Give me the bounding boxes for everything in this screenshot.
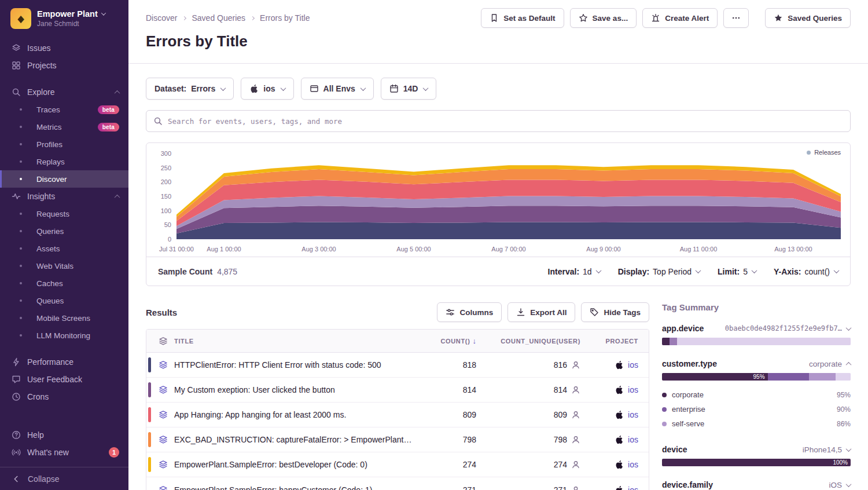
sidebar-section-insights[interactable]: Insights	[0, 188, 128, 205]
table-row[interactable]: EmpowerPlant.SampleError: bestDeveloper …	[146, 452, 649, 477]
sidebar-item-queues[interactable]: Queues	[0, 292, 128, 309]
user-name: Jane Schmidt	[37, 20, 105, 28]
search-input[interactable]	[168, 117, 843, 126]
breadcrumb-saved-queries[interactable]: Saved Queries	[192, 13, 245, 23]
row-title[interactable]: HTTPClientError: HTTP Client Error with …	[174, 360, 418, 370]
svg-text:300: 300	[161, 150, 171, 157]
chevron-up-icon[interactable]	[846, 361, 852, 367]
sidebar-item-whats-new[interactable]: What's new1	[0, 444, 128, 461]
tag-distribution-bar[interactable]	[662, 338, 851, 345]
save-as-button[interactable]: Save as...	[570, 8, 637, 28]
series-color-chip	[148, 357, 151, 372]
sidebar-item-issues[interactable]: Issues	[0, 39, 128, 57]
sidebar-item-user-feedback[interactable]: User Feedback	[0, 371, 128, 388]
sidebar-item-metrics[interactable]: Metricsbeta	[0, 118, 128, 136]
sidebar-item-discover[interactable]: Discover	[0, 170, 128, 188]
sidebar-item-web-vitals[interactable]: Web Vitals	[0, 257, 128, 275]
sidebar-item-projects[interactable]: Projects	[0, 57, 128, 74]
sidebar-item-performance[interactable]: Performance	[0, 353, 128, 371]
chevron-down-icon[interactable]	[846, 325, 852, 331]
interval-select[interactable]: Interval:1d	[548, 267, 601, 276]
table-row[interactable]: EXC_BAD_INSTRUCTION: captureFatalError: …	[146, 427, 649, 452]
search-bar[interactable]	[146, 110, 851, 132]
tag-distribution-bar[interactable]: 95%	[662, 373, 851, 381]
export-all-button[interactable]: Export All	[507, 302, 575, 322]
hide-tags-button[interactable]: Hide Tags	[581, 302, 649, 322]
sidebar-item-mobile-screens[interactable]: Mobile Screens	[0, 309, 128, 327]
more-options-button[interactable]	[723, 8, 749, 28]
sidebar-item-profiles[interactable]: Profiles	[0, 136, 128, 153]
series-color-chip	[148, 382, 151, 397]
environment-select[interactable]: All Envs	[301, 78, 374, 100]
table-row[interactable]: My Custom exeption: User clicked the but…	[146, 378, 649, 403]
sidebar-item-requests[interactable]: Requests	[0, 205, 128, 222]
project-link[interactable]: ios	[628, 385, 638, 394]
col-header-count[interactable]: COUNT()↓	[418, 337, 476, 345]
sidebar-item-assets[interactable]: Assets	[0, 240, 128, 257]
sidebar-section-explore[interactable]: Explore	[0, 83, 128, 101]
table-row[interactable]: HTTPClientError: HTTP Client Error with …	[146, 353, 649, 378]
display-select[interactable]: Display:Top Period	[618, 267, 700, 276]
apple-icon	[615, 460, 624, 469]
tag-value-row[interactable]: corporate95%	[662, 387, 851, 402]
series-color-chip	[148, 407, 151, 422]
tag-value-row[interactable]: enterprise90%	[662, 402, 851, 416]
tag-customer-type: customer.type corporate 95% corporate95%…	[662, 359, 851, 431]
sidebar-item-queries[interactable]: Queries	[0, 222, 128, 240]
dataset-select[interactable]: Dataset:Errors	[146, 78, 234, 100]
row-title[interactable]: App Hanging: App hanging for at least 20…	[174, 410, 418, 419]
date-range-select[interactable]: 14D	[381, 78, 437, 100]
yaxis-select[interactable]: Y-Axis:count()	[774, 267, 838, 276]
create-alert-button[interactable]: Create Alert	[642, 8, 718, 28]
row-count-unique: 798	[554, 435, 567, 444]
sidebar-item-replays[interactable]: Replays	[0, 153, 128, 170]
sidebar-item-caches[interactable]: Caches	[0, 275, 128, 292]
org-switcher[interactable]: ◆ Empower Plant Jane Schmidt	[0, 0, 128, 35]
stack-icon	[159, 485, 168, 490]
tag-value-row[interactable]: self-serve86%	[662, 416, 851, 431]
sidebar-item-crons[interactable]: Crons	[0, 388, 128, 405]
sidebar-item-traces[interactable]: Tracesbeta	[0, 101, 128, 118]
columns-button[interactable]: Columns	[437, 302, 502, 322]
tag-distribution-bar[interactable]: 100%	[662, 459, 851, 466]
project-link[interactable]: ios	[628, 410, 638, 419]
chevron-down-icon[interactable]	[846, 481, 852, 487]
project-link[interactable]: ios	[628, 360, 638, 370]
value-color-dot	[662, 407, 667, 412]
value-label: corporate	[672, 390, 704, 399]
project-select[interactable]: ios	[241, 78, 293, 100]
table-row[interactable]: EmpowerPlant.SampleError: happyCustomer …	[146, 477, 649, 490]
project-link[interactable]: ios	[628, 460, 638, 469]
chart-legend[interactable]: Releases	[807, 149, 841, 156]
sidebar-collapse-button[interactable]: Collapse	[0, 467, 128, 490]
saved-queries-button[interactable]: Saved Queries	[765, 8, 851, 28]
col-header-title[interactable]: TITLE	[174, 338, 418, 345]
limit-select[interactable]: Limit:5	[718, 267, 756, 276]
col-header-project[interactable]: PROJECT	[580, 338, 649, 345]
sidebar-item-llm-monitoring[interactable]: LLM Monitoring	[0, 327, 128, 344]
project-link[interactable]: ios	[628, 435, 638, 444]
value-label: self-serve	[672, 419, 704, 428]
col-header-count-unique[interactable]: COUNT_UNIQUE(USER)	[476, 338, 580, 345]
tag-value: 0baebc0de4982f1255f2e9e9fb7…	[725, 324, 842, 332]
project-link[interactable]: ios	[628, 485, 638, 490]
tag-value: iPhone14,5	[803, 445, 842, 454]
stack-icon	[159, 410, 168, 419]
row-title[interactable]: EXC_BAD_INSTRUCTION: captureFatalError: …	[174, 435, 418, 444]
search-icon	[153, 116, 163, 126]
tag-device-family: device.family iOS 100%	[662, 480, 851, 490]
chevron-down-icon[interactable]	[846, 446, 852, 452]
row-title[interactable]: EmpowerPlant.SampleError: bestDeveloper …	[174, 460, 418, 469]
stacked-area-chart[interactable]: 050100150200250300Jul 31 00:00Aug 1 00:0…	[146, 143, 850, 257]
breadcrumb-separator-icon	[251, 16, 255, 20]
org-logo: ◆	[10, 8, 31, 29]
set-as-default-button[interactable]: Set as Default	[481, 8, 564, 28]
sidebar-item-help[interactable]: Help	[0, 426, 128, 444]
breadcrumb-discover[interactable]: Discover	[146, 13, 177, 23]
stack-icon	[159, 435, 168, 444]
table-row[interactable]: App Hanging: App hanging for at least 20…	[146, 403, 649, 427]
beta-badge: beta	[98, 105, 119, 114]
row-title[interactable]: My Custom exeption: User clicked the but…	[174, 385, 418, 394]
row-title[interactable]: EmpowerPlant.SampleError: happyCustomer …	[174, 485, 418, 490]
sidebar-item-label: Queries	[36, 227, 64, 236]
